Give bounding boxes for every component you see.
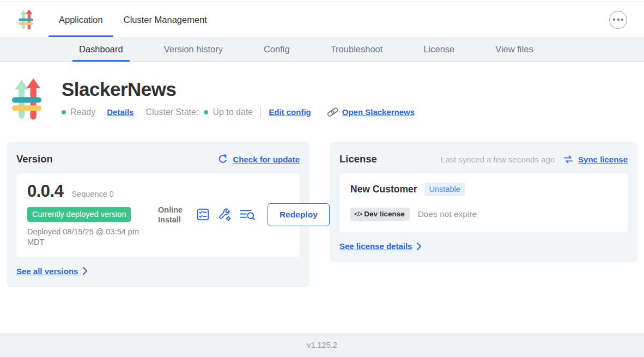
customer-name: New Customer: [350, 184, 417, 195]
sync-license-link[interactable]: Sync license: [578, 155, 628, 164]
dashboard-cards: Version Check for update 0.0.4 Sequence …: [7, 142, 637, 287]
channel-badge: Unstable: [424, 183, 465, 196]
chevron-right-icon: [82, 267, 88, 275]
configure-wrench-icon: [217, 208, 232, 222]
top-nav-tabs: Application Cluster Management: [48, 2, 217, 37]
license-type-badge: </>Dev license: [350, 208, 410, 221]
subtab-version-history[interactable]: Version history: [161, 37, 226, 62]
top-nav-bar: Application Cluster Management: [0, 2, 644, 37]
tab-application-label: Application: [59, 15, 103, 25]
license-expiry: Does not expire: [418, 209, 477, 219]
view-logs-button[interactable]: [239, 208, 256, 221]
status-details-link[interactable]: Details: [107, 107, 133, 117]
divider: [319, 107, 319, 118]
tab-application[interactable]: Application: [48, 2, 113, 37]
last-synced-label: Last synced a few seconds ago: [441, 155, 555, 164]
subtab-dashboard[interactable]: Dashboard: [76, 37, 126, 62]
subtab-config[interactable]: Config: [260, 37, 293, 62]
divider: [260, 107, 261, 118]
version-card-header: Version Check for update: [16, 153, 300, 165]
current-version-panel: 0.0.4 Sequence 0 Currently deployed vers…: [16, 173, 300, 257]
ellipsis-icon: [621, 19, 623, 21]
check-for-update-link[interactable]: Check for update: [233, 155, 300, 164]
cluster-state-label: Cluster State:: [145, 107, 198, 117]
ellipsis-icon: [613, 19, 615, 21]
sequence-label: Sequence 0: [71, 190, 113, 198]
deployed-timestamp: Deployed 08/15/25 @ 03:54 pm MDT: [27, 227, 150, 248]
currently-deployed-badge: Currently deployed version: [27, 207, 131, 222]
license-card-title: License: [339, 153, 377, 165]
app-header: SlackerNews Ready Details Cluster State:…: [11, 77, 644, 123]
app-sub-nav: Dashboard Version history Config Trouble…: [0, 37, 644, 62]
link-chain-icon: [327, 106, 338, 118]
chevron-right-icon: [416, 242, 422, 251]
preflight-checks-icon: [196, 208, 210, 221]
version-number: 0.0.4: [27, 181, 63, 201]
console-footer: v1.125.2: [0, 333, 644, 357]
view-logs-icon: [239, 208, 256, 221]
subtab-license[interactable]: License: [420, 37, 458, 62]
version-card: Version Check for update 0.0.4 Sequence …: [7, 142, 309, 287]
see-license-details-label: See license details: [339, 241, 412, 251]
tab-cluster-management-label: Cluster Management: [124, 15, 207, 25]
version-card-title: Version: [16, 153, 53, 165]
cluster-status-dot: [204, 110, 208, 114]
app-status-dot: [62, 110, 66, 114]
console-version: v1.125.2: [307, 341, 337, 349]
see-all-versions-link[interactable]: See all versions: [16, 267, 88, 276]
redeploy-button[interactable]: Redeploy: [268, 203, 330, 226]
license-card: License Last synced a few seconds ago Sy…: [330, 142, 637, 262]
code-icon: </>: [354, 210, 362, 218]
subtab-config-label: Config: [264, 44, 290, 55]
app-status-label: Ready: [70, 107, 95, 117]
dashboard-main: SlackerNews Ready Details Cluster State:…: [0, 63, 644, 333]
subtab-view-files[interactable]: View files: [492, 37, 536, 62]
edit-config-link[interactable]: Edit config: [269, 107, 311, 117]
subtab-version-history-label: Version history: [164, 44, 223, 55]
tab-cluster-management[interactable]: Cluster Management: [113, 2, 217, 37]
see-all-versions-label: See all versions: [16, 267, 78, 276]
sync-icon: [563, 155, 574, 164]
subtab-troubleshoot-label: Troubleshoot: [331, 44, 383, 55]
see-license-details-link[interactable]: See license details: [339, 241, 422, 251]
subtab-view-files-label: View files: [495, 44, 533, 55]
license-card-header: License Last synced a few seconds ago Sy…: [339, 153, 628, 165]
refresh-icon: [217, 154, 228, 165]
subtab-license-label: License: [423, 44, 454, 55]
app-icon: [11, 77, 42, 123]
open-app-link[interactable]: Open Slackernews: [342, 107, 415, 117]
app-status-row: Ready Details Cluster State: Up to date …: [62, 106, 415, 118]
ellipsis-icon: [617, 19, 619, 21]
subtab-dashboard-label: Dashboard: [79, 44, 123, 55]
subtab-troubleshoot[interactable]: Troubleshoot: [327, 37, 386, 62]
configure-version-button[interactable]: [217, 208, 232, 222]
license-type-label: Dev license: [364, 210, 404, 218]
version-actions: Online Install: [158, 203, 330, 226]
page-title: SlackerNews: [62, 78, 415, 100]
cluster-state-value: Up to date: [212, 107, 253, 117]
app-logo-icon: [18, 9, 34, 30]
install-type-label: Online Install: [158, 205, 185, 225]
preflight-checks-button[interactable]: [196, 208, 210, 221]
overflow-menu-button[interactable]: [609, 11, 627, 29]
license-panel: New Customer Unstable </>Dev license Doe…: [339, 173, 628, 232]
